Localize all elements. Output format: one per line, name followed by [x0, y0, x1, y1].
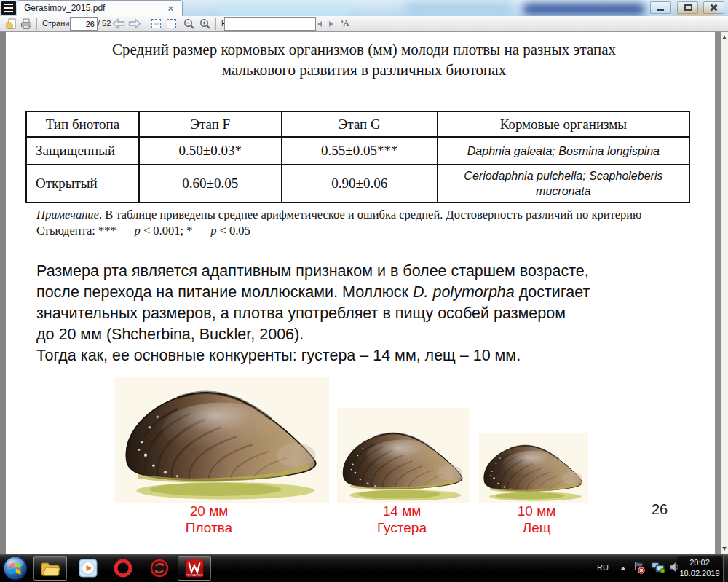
- cell-stage-f: 0.50±0.03*: [139, 137, 282, 165]
- find-next-icon[interactable]: [329, 21, 333, 27]
- clock[interactable]: 20:02 18.02.2019: [677, 556, 722, 580]
- header-organisms: Кормовые организмы: [438, 111, 689, 137]
- taskbar-explorer-button[interactable]: [33, 556, 67, 581]
- svg-text:PDF MASTER: PDF MASTER: [186, 574, 203, 577]
- scroll-up-icon[interactable]: [722, 36, 727, 39]
- specimen-name: Густера: [344, 519, 460, 536]
- zoom-out-icon[interactable]: [183, 18, 195, 30]
- media-player-icon: [79, 559, 98, 578]
- aero-blur-decoration: [523, 4, 645, 15]
- title-line2: малькового развития в различных биотопах: [44, 60, 684, 80]
- body-line: до 20 мм (Shcherbina, Buckler, 2006).: [36, 324, 692, 345]
- header-stage-f: Этап F: [139, 111, 282, 137]
- restore-button[interactable]: [677, 1, 698, 14]
- next-page-icon[interactable]: [128, 18, 141, 29]
- close-button[interactable]: [703, 1, 724, 14]
- pdf-toolbar: Страница: / 52 Найти: ªA: [0, 16, 728, 32]
- document-viewport: Средний размер кормовых организмов (мм) …: [0, 32, 728, 554]
- print-icon[interactable]: [20, 18, 32, 30]
- windows-taskbar: PDF MASTER RU 20:02 18.02.2019: [0, 554, 728, 582]
- body-line: Тогда как, ее основные конкуренты: густе…: [36, 345, 692, 366]
- body-line: значительных размеров, а плотва употребл…: [36, 303, 692, 324]
- taskbar-pdfmaster-button[interactable]: PDF MASTER: [178, 556, 211, 581]
- specimen-label: 20 мм Плотва: [151, 503, 267, 536]
- mussel-photo-small: [479, 433, 588, 503]
- match-case-icon[interactable]: ªA: [341, 18, 349, 29]
- page-margin-left: [0, 32, 6, 554]
- footnote-mid: < 0.001; * —: [141, 224, 210, 237]
- window-controls: [648, 1, 724, 15]
- page-total-label: / 52: [98, 19, 111, 28]
- cell-organisms: Ceriodaphnia pulchella; Scapholeberis mu…: [438, 165, 689, 202]
- fit-page-icon[interactable]: [167, 19, 176, 28]
- pdf-tab[interactable]: Gerasimov_2015.pdf ×: [17, 0, 183, 16]
- table-row: Защищенный 0.50±0.03* 0.55±0.05*** Daphn…: [26, 137, 689, 165]
- specimen-size: 10 мм: [478, 503, 595, 519]
- mussel-photo-medium: [337, 408, 470, 503]
- footnote-tail: < 0.05: [216, 224, 250, 237]
- network-icon[interactable]: [651, 562, 665, 573]
- page-margin-right: [715, 32, 721, 554]
- previous-page-icon[interactable]: [112, 18, 125, 29]
- data-table: Тип биотопа Этап F Этап G Кормовые орган…: [25, 111, 690, 203]
- menu-icon[interactable]: [1, 1, 16, 15]
- specimen-size: 14 мм: [344, 503, 460, 519]
- aero-blur-decoration: [218, 3, 349, 16]
- zoom-in-icon[interactable]: [199, 18, 211, 30]
- language-indicator[interactable]: RU: [597, 563, 609, 572]
- cell-stage-f: 0.60±0.05: [139, 165, 282, 202]
- specimen-size: 20 мм: [151, 503, 267, 519]
- cell-biotope: Открытый: [26, 165, 139, 202]
- start-button[interactable]: [3, 556, 28, 581]
- table-row: Открытый 0.60±0.05 0.90±0.06 Ceriodaphni…: [26, 165, 689, 202]
- taskbar-mediaplayer-button[interactable]: [71, 556, 105, 581]
- cell-stage-g: 0.55±0.05***: [282, 137, 438, 165]
- page-number-input[interactable]: [70, 17, 98, 31]
- cell-organisms: Daphnia galeata; Bosmina longispina: [438, 137, 689, 165]
- cell-stage-g: 0.90±0.06: [282, 165, 438, 202]
- page-number: 26: [644, 501, 676, 518]
- mussel-photo-large: [115, 377, 329, 503]
- cell-biotope: Защищенный: [26, 137, 139, 165]
- vertical-scrollbar[interactable]: [721, 32, 728, 554]
- find-previous-icon[interactable]: [317, 21, 322, 27]
- scroll-down-icon[interactable]: [722, 547, 727, 551]
- pdf-master-icon: PDF MASTER: [185, 559, 205, 578]
- tab-title: Gerasimov_2015.pdf: [24, 3, 105, 13]
- window-titlebar: Gerasimov_2015.pdf ×: [0, 0, 728, 16]
- header-biotope: Тип биотопа: [26, 111, 139, 137]
- title-line1: Средний размер кормовых организмов (мм) …: [44, 39, 684, 60]
- show-desktop-button[interactable]: [723, 554, 728, 582]
- specimen-name: Лещ: [478, 519, 595, 536]
- specimen-label: 10 мм Лещ: [478, 503, 595, 536]
- aero-blur-decoration: [404, 1, 513, 16]
- tray-time: 20:02: [677, 557, 722, 568]
- tab-close-icon[interactable]: ×: [167, 1, 173, 16]
- action-center-flag-icon[interactable]: [633, 562, 645, 574]
- show-hidden-icons-icon[interactable]: [620, 567, 626, 570]
- minimize-button[interactable]: [650, 1, 671, 14]
- body-paragraph: Размера рта является адаптивным признако…: [36, 261, 692, 366]
- red-gear-app-icon: [150, 559, 169, 578]
- taskbar-opera-button[interactable]: [106, 556, 140, 581]
- taskbar-redapp-button[interactable]: [143, 556, 176, 581]
- slide-title: Средний размер кормовых организмов (мм) …: [44, 39, 684, 80]
- body-line: Размера рта является адаптивным признако…: [36, 261, 692, 282]
- table-footnote: Примечание. В таблице приведены среднее …: [36, 207, 686, 239]
- body-line: после перехода на питание моллюсками. Мо…: [36, 282, 692, 303]
- footnote-body: . В таблице приведены среднее арифметиче…: [36, 208, 641, 237]
- table-header-row: Тип биотопа Этап F Этап G Кормовые орган…: [26, 111, 689, 137]
- specimen-name: Плотва: [151, 519, 267, 536]
- tray-date: 18.02.2019: [677, 568, 722, 579]
- footnote-lead: Примечание: [36, 208, 99, 221]
- header-stage-g: Этап G: [282, 111, 438, 137]
- footnote-p: p: [135, 224, 141, 237]
- specimen-label: 14 мм Густера: [344, 503, 460, 536]
- open-file-icon[interactable]: [6, 18, 17, 30]
- explorer-icon: [40, 559, 60, 577]
- fit-width-icon[interactable]: [151, 19, 161, 28]
- find-input[interactable]: [224, 17, 316, 31]
- opera-icon: [114, 559, 132, 578]
